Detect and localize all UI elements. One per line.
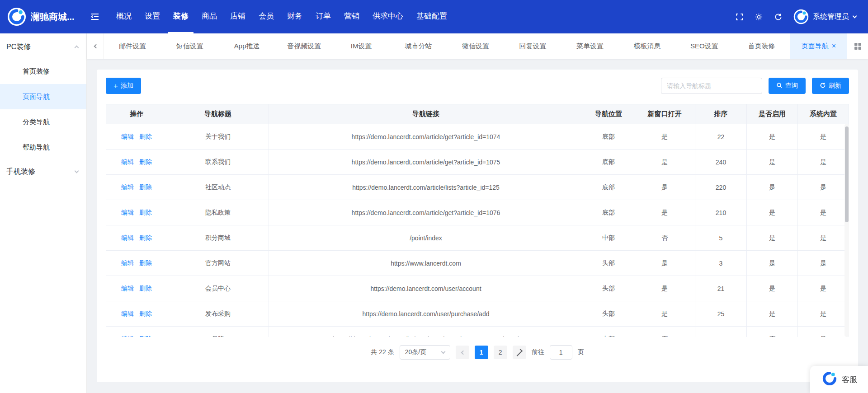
delete-link[interactable]: 删除: [139, 259, 152, 267]
topbar-menu-item[interactable]: 商品: [197, 0, 222, 33]
nav-position-cell: 头部: [583, 276, 634, 301]
delete-link[interactable]: 删除: [139, 335, 152, 337]
tab[interactable]: 回复设置: [504, 33, 561, 59]
edit-link[interactable]: 编辑: [121, 285, 134, 292]
enabled-cell: 是: [747, 276, 798, 301]
search-input[interactable]: [661, 78, 762, 94]
topbar-menu-item-label: 设置: [145, 11, 160, 21]
table-header-row: 操作 导航标题 导航链接 导航位置 新窗口打开 排序 是否启用 系统内置: [106, 104, 849, 124]
tab[interactable]: 页面导航 ×: [790, 33, 847, 59]
new-window-cell: 是: [634, 150, 695, 175]
tabs-grid-icon[interactable]: [847, 33, 868, 59]
tab[interactable]: 模板消息: [618, 33, 675, 59]
sidebar-group-pc-title[interactable]: PC装修: [0, 35, 86, 59]
goto-page-input[interactable]: [550, 345, 572, 360]
delete-link[interactable]: 删除: [139, 158, 152, 165]
edit-link[interactable]: 编辑: [121, 183, 134, 191]
sidebar-group-mobile-title[interactable]: 手机装修: [0, 160, 86, 183]
sidebar-group-mobile-label: 手机装修: [6, 167, 35, 177]
nav-link-cell: https://demo.lancerdt.com/article/lists?…: [269, 175, 583, 200]
edit-link[interactable]: 编辑: [121, 259, 134, 267]
new-window-cell: 是: [634, 251, 695, 276]
topbar-menu-item[interactable]: 装修: [168, 0, 193, 33]
tab[interactable]: 菜单设置: [561, 33, 618, 59]
scrollbar-thumb[interactable]: [845, 126, 849, 222]
chevron-down-icon: [441, 350, 445, 354]
table-row: 编辑删除 社区动态 https://demo.lancerdt.com/arti…: [106, 175, 849, 200]
delete-link[interactable]: 删除: [139, 285, 152, 292]
nav-title-cell: 官方网站: [167, 251, 269, 276]
topbar-menu-item[interactable]: 店铺: [225, 0, 250, 33]
topbar-menu-item[interactable]: 订单: [311, 0, 336, 33]
plus-icon: +: [113, 82, 118, 90]
page-size-select[interactable]: 20条/页: [400, 345, 450, 360]
tab[interactable]: 微信设置: [447, 33, 504, 59]
tab-close-icon[interactable]: ×: [832, 42, 836, 50]
gear-icon[interactable]: [755, 13, 763, 21]
topbar-menu-item[interactable]: 财务: [282, 0, 307, 33]
content-card: + 添加 查询: [97, 70, 858, 382]
page-number-button[interactable]: 2: [494, 346, 507, 359]
sort-cell: 5: [695, 225, 747, 251]
delete-link[interactable]: 删除: [139, 133, 152, 140]
sidebar-item-label: 页面导航: [23, 93, 50, 101]
nav-position-cell: 中部: [583, 225, 634, 251]
sidebar-item[interactable]: 帮助导航: [0, 135, 86, 160]
table-row: 编辑删除 积分商城 /point/index 中部 否 5 是 是: [106, 225, 849, 251]
edit-link[interactable]: 编辑: [121, 133, 134, 140]
topbar-menu-item[interactable]: 供求中心: [368, 0, 408, 33]
nav-link-cell: https://demo.lancerdt.com/article/get?ar…: [269, 150, 583, 175]
refresh-icon[interactable]: [774, 13, 783, 21]
sidebar-collapse-icon[interactable]: [90, 0, 99, 33]
sidebar-item[interactable]: 页面导航: [0, 84, 86, 109]
delete-link[interactable]: 删除: [139, 310, 152, 317]
edit-link[interactable]: 编辑: [121, 335, 134, 337]
topbar-menu-item[interactable]: 概况: [111, 0, 137, 33]
edit-link[interactable]: 编辑: [121, 234, 134, 241]
sort-cell: 240: [695, 150, 747, 175]
refresh-button[interactable]: 刷新: [812, 78, 849, 94]
tab[interactable]: 城市分站: [390, 33, 447, 59]
query-button[interactable]: 查询: [769, 78, 806, 94]
builtin-cell: 是: [798, 301, 849, 327]
topbar-menu-item[interactable]: 会员: [254, 0, 279, 33]
toolbar: + 添加 查询: [106, 78, 849, 94]
tabs-scroll-left-icon[interactable]: [87, 33, 104, 59]
toolbar-right: 查询 刷新: [661, 78, 849, 94]
nav-title-cell: 社区动态: [167, 175, 269, 200]
page-number-button[interactable]: 1: [475, 346, 488, 359]
tab[interactable]: 音视频设置: [275, 33, 332, 59]
delete-link[interactable]: 删除: [139, 209, 152, 216]
chevron-up-icon: [75, 46, 79, 50]
next-page-button[interactable]: [513, 346, 526, 359]
fullscreen-icon[interactable]: [735, 13, 744, 21]
chevron-down-icon: [75, 169, 79, 173]
edit-link[interactable]: 编辑: [121, 310, 134, 317]
sidebar-item[interactable]: 分类导航: [0, 109, 86, 135]
tab[interactable]: IM设置: [333, 33, 390, 59]
col-header-builtin: 系统内置: [798, 104, 849, 124]
topbar-menu-item[interactable]: 营销: [339, 0, 364, 33]
tab[interactable]: 首页装修: [733, 33, 790, 59]
user-menu[interactable]: 系统管理员: [793, 9, 856, 24]
delete-link[interactable]: 删除: [139, 234, 152, 241]
delete-link[interactable]: 删除: [139, 183, 152, 191]
nav-link-cell: https://demo.lancerdt.com/article/get?ar…: [269, 124, 583, 150]
tab[interactable]: SEO设置: [676, 33, 733, 59]
edit-link[interactable]: 编辑: [121, 158, 134, 165]
table-scrollbar[interactable]: [844, 124, 849, 337]
tab[interactable]: App推送: [218, 33, 275, 59]
topbar-menu-item[interactable]: 基础配置: [411, 0, 452, 33]
sidebar-item[interactable]: 首页装修: [0, 59, 86, 84]
customer-service-button[interactable]: 客服: [810, 366, 868, 393]
topbar-menu-item[interactable]: 设置: [140, 0, 165, 33]
prev-page-button[interactable]: [456, 346, 469, 359]
tab[interactable]: 邮件设置: [104, 33, 161, 59]
avatar: [793, 9, 809, 24]
add-button[interactable]: + 添加: [106, 78, 141, 94]
edit-link[interactable]: 编辑: [121, 209, 134, 216]
actions-cell: 编辑删除: [106, 200, 167, 225]
new-window-cell: 是: [634, 276, 695, 301]
tab[interactable]: 短信设置: [161, 33, 218, 59]
nav-link-cell: /point/index: [269, 225, 583, 251]
